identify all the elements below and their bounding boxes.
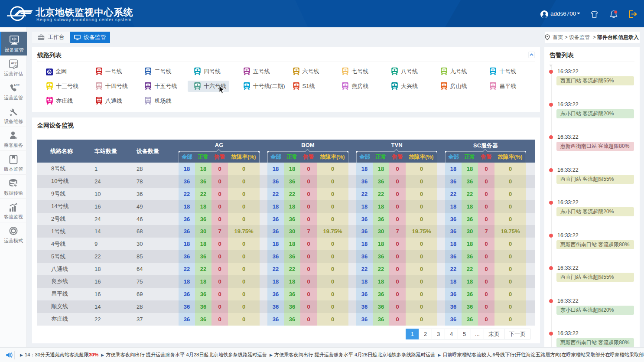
svg-text:ACC: ACC <box>13 84 20 87</box>
svg-text:AFC: AFC <box>11 61 18 65</box>
